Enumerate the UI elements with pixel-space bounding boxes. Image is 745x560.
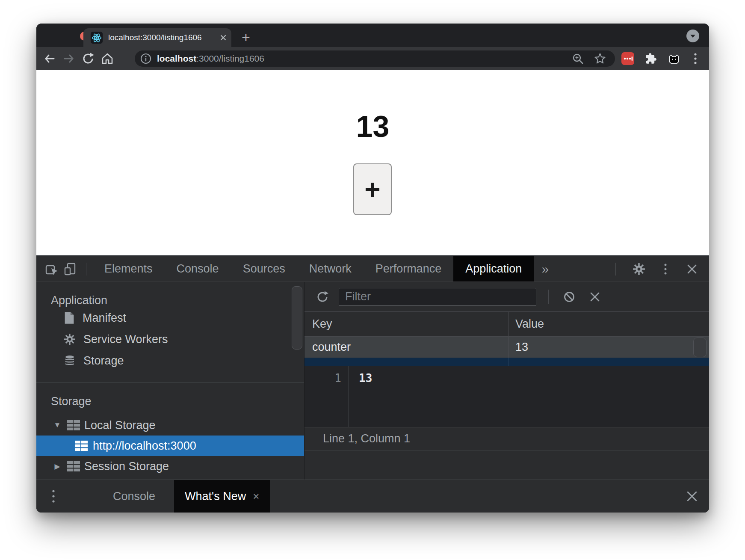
- home-icon[interactable]: [98, 49, 117, 68]
- drawer-menu-kebab-icon[interactable]: [49, 487, 58, 506]
- tab-console[interactable]: Console: [165, 256, 231, 281]
- datagrid-icon: [67, 420, 80, 430]
- browser-tab[interactable]: localhost:3000/listing1606: [83, 28, 231, 47]
- toolbar-separator: [86, 263, 86, 276]
- devtools-close-icon[interactable]: [683, 260, 701, 279]
- screenshot-stage: localhost:3000/listing1606 +: [0, 0, 745, 560]
- tree-item-label: Local Storage: [84, 419, 156, 432]
- tab-strip: localhost:3000/listing1606 +: [36, 24, 709, 47]
- storage-table-header: Key Value: [305, 312, 709, 337]
- browser-menu-kebab-icon[interactable]: [688, 49, 703, 68]
- application-sidebar: Application Manifest Service Workers: [36, 282, 305, 480]
- refresh-icon[interactable]: [315, 289, 330, 305]
- sidebar-item-label: Storage: [83, 354, 124, 367]
- page-viewport: 13 +: [36, 70, 709, 255]
- column-header-key[interactable]: Key: [305, 312, 508, 336]
- inspect-element-icon[interactable]: [42, 260, 61, 279]
- address-bar[interactable]: localhost:3000/listing1606: [135, 50, 615, 67]
- sidebar-item-label: Manifest: [83, 311, 126, 325]
- sidebar-item-label: Service Workers: [83, 333, 168, 346]
- sidebar-item-manifest[interactable]: Manifest: [36, 307, 304, 329]
- line-number-gutter: 1: [305, 366, 349, 427]
- service-workers-gear-icon: [64, 333, 76, 345]
- table-scrollbar-thumb[interactable]: [693, 338, 707, 357]
- toolbar-separator: [615, 263, 616, 276]
- storage-panel-toolbar: [305, 282, 709, 312]
- zoom-page-icon[interactable]: [571, 52, 584, 65]
- browser-toolbar: localhost:3000/listing1606: [36, 47, 709, 70]
- clear-all-block-icon[interactable]: [561, 288, 578, 305]
- collapse-triangle-icon[interactable]: ▶: [52, 462, 63, 471]
- datagrid-icon: [67, 461, 80, 471]
- sidebar-item-storage[interactable]: Storage: [36, 350, 304, 371]
- drawer-tab-whats-new[interactable]: What's New ×: [174, 480, 270, 513]
- devtools-panel: Elements Console Sources Network Perform…: [36, 255, 709, 513]
- tree-item-session-storage[interactable]: ▶ Session Storage: [36, 456, 304, 477]
- devtools-menu-kebab-icon[interactable]: [656, 260, 675, 279]
- column-header-value[interactable]: Value: [508, 312, 709, 336]
- value-preview-pane: 1 13: [305, 366, 709, 427]
- tab-elements[interactable]: Elements: [92, 256, 165, 281]
- storage-database-icon: [64, 355, 76, 367]
- tab-performance[interactable]: Performance: [364, 256, 454, 281]
- tab-sources[interactable]: Sources: [231, 256, 297, 281]
- extensions-puzzle-icon[interactable]: [642, 49, 660, 68]
- tab-title: localhost:3000/listing1606: [108, 33, 219, 42]
- tree-item-local-storage[interactable]: ▼ Local Storage: [36, 415, 304, 436]
- device-toolbar-icon[interactable]: [61, 260, 80, 279]
- tree-item-label: Session Storage: [84, 460, 169, 473]
- url-path: :3000/listing1606: [196, 53, 264, 63]
- cursor-position-status: Line 1, Column 1: [305, 427, 709, 450]
- back-icon[interactable]: [40, 49, 59, 68]
- local-storage-panel: Key Value counter 13 1 13 Line 1, Column…: [305, 282, 709, 480]
- bookmark-star-icon[interactable]: [594, 52, 606, 65]
- row-value-cell[interactable]: 13: [508, 337, 709, 358]
- manifest-document-icon: [64, 311, 75, 324]
- expand-triangle-icon[interactable]: ▼: [52, 421, 63, 430]
- panel-empty-area: [305, 450, 709, 480]
- column-divider: [508, 358, 509, 366]
- onepassword-extension-icon[interactable]: [618, 49, 637, 68]
- datagrid-icon: [75, 441, 88, 451]
- tree-item-label: http://localhost:3000: [93, 439, 196, 453]
- more-tabs-chevron-icon[interactable]: »: [534, 256, 556, 281]
- selected-row-highlight[interactable]: [305, 358, 709, 366]
- forward-icon[interactable]: [59, 49, 78, 68]
- delete-selected-icon[interactable]: [586, 288, 603, 305]
- cat-extension-icon[interactable]: [665, 49, 683, 68]
- reload-icon[interactable]: [78, 49, 98, 68]
- site-info-icon[interactable]: [140, 53, 152, 65]
- url-text: localhost:3000/listing1606: [157, 53, 264, 64]
- increment-button[interactable]: +: [353, 163, 392, 215]
- sidebar-divider: [36, 382, 304, 383]
- tab-search-button[interactable]: [686, 29, 700, 43]
- drawer-tab-console[interactable]: Console: [94, 480, 174, 513]
- new-tab-button[interactable]: +: [237, 28, 255, 46]
- filter-input[interactable]: [339, 288, 536, 306]
- url-host: localhost: [157, 53, 196, 63]
- sidebar-section-title: Application: [51, 294, 304, 307]
- counter-value: 13: [36, 107, 709, 146]
- row-key-cell[interactable]: counter: [305, 337, 508, 358]
- drawer-close-icon[interactable]: [686, 490, 698, 502]
- extension-cluster: [618, 49, 703, 68]
- browser-window: localhost:3000/listing1606 +: [36, 24, 709, 513]
- tab-application[interactable]: Application: [453, 256, 534, 281]
- drawer-tab-label: What's New: [185, 490, 246, 503]
- sidebar-item-service-workers[interactable]: Service Workers: [36, 329, 304, 350]
- sidebar-section-title: Storage: [51, 395, 304, 408]
- table-row-counter[interactable]: counter 13: [305, 337, 709, 358]
- tree-item-localhost-origin[interactable]: http://localhost:3000: [36, 436, 304, 456]
- devtools-settings-gear-icon[interactable]: [630, 260, 648, 279]
- devtools-drawer: Console What's New ×: [36, 480, 709, 513]
- preview-value: 13: [349, 366, 372, 427]
- react-favicon: [90, 31, 103, 44]
- sidebar-scrollbar-thumb[interactable]: [292, 286, 302, 350]
- tab-close-icon[interactable]: [219, 34, 227, 41]
- tab-network[interactable]: Network: [297, 256, 364, 281]
- toolbar-separator: [548, 290, 549, 304]
- devtools-tab-bar: Elements Console Sources Network Perform…: [36, 256, 709, 282]
- drawer-tab-close-icon[interactable]: ×: [253, 490, 259, 503]
